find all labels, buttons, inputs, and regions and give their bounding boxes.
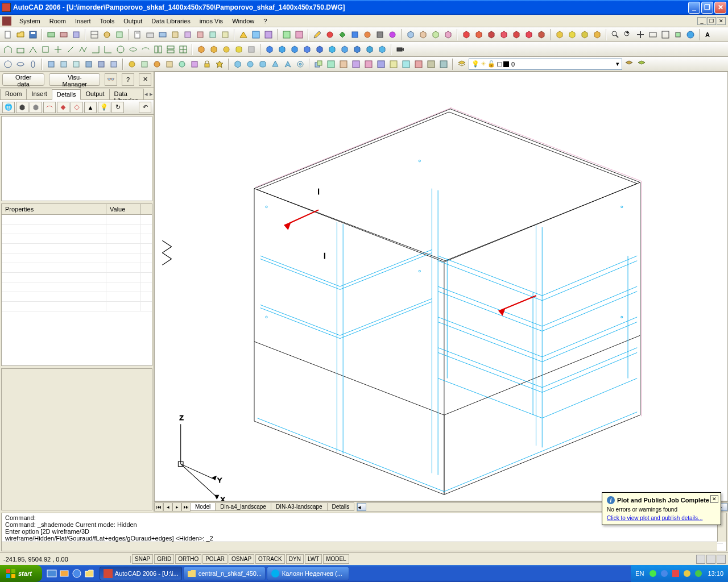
props-col-properties[interactable]: Properties: [2, 204, 106, 214]
start-button[interactable]: start: [0, 565, 42, 582]
tb2-blue-7[interactable]: [339, 44, 350, 55]
tb3-layer-icon[interactable]: [456, 59, 468, 70]
tb-btn-11[interactable]: [144, 29, 156, 40]
tb3-op-11[interactable]: [438, 59, 449, 70]
tb-globe-icon[interactable]: [685, 29, 696, 40]
toggle-osnap[interactable]: OSNAP: [229, 554, 254, 564]
notify-link[interactable]: Click to view plot and publish details..…: [607, 515, 716, 521]
tb3-view-2[interactable]: [58, 59, 69, 70]
menu-window[interactable]: Window: [228, 16, 259, 26]
tb-new-icon[interactable]: [2, 29, 14, 40]
tb3-misc-5[interactable]: [176, 59, 188, 70]
cmd-hscroll[interactable]: [2, 542, 717, 551]
tb-btn-15[interactable]: [195, 29, 206, 40]
status-icon-3[interactable]: [717, 555, 726, 564]
tb-cube-yellow-2[interactable]: [566, 29, 578, 40]
tb2-blue-6[interactable]: [326, 44, 338, 55]
tb2-btn-9[interactable]: [102, 44, 114, 55]
tb3-op-5[interactable]: [363, 59, 374, 70]
maximize-button[interactable]: ❐: [701, 2, 713, 14]
tb3-layer-btn-2[interactable]: [636, 59, 647, 70]
tb-btn-18[interactable]: [238, 29, 249, 40]
h-scroll-left[interactable]: ◂: [357, 503, 366, 511]
tb-btn-zoom-4[interactable]: [660, 29, 671, 40]
tb3-prim-1[interactable]: [232, 59, 243, 70]
tb2-blue-9[interactable]: [364, 44, 375, 55]
tb3-prim-6[interactable]: [295, 59, 306, 70]
tb3-prim-5[interactable]: [282, 59, 293, 70]
dt-refresh-icon[interactable]: ↻: [111, 102, 124, 113]
tb3-op-2[interactable]: [325, 59, 337, 70]
tb-btn-12[interactable]: [157, 29, 168, 40]
tb-open-icon[interactable]: [15, 29, 26, 40]
tb-btn-8[interactable]: [101, 29, 113, 40]
tb-btn-26[interactable]: [349, 29, 361, 40]
tb-btn-29[interactable]: [387, 29, 398, 40]
layer-combo[interactable]: 💡☀🔓▢ 0 ▾: [469, 59, 622, 70]
mdi-close[interactable]: ✕: [717, 17, 726, 25]
tb-btn-19[interactable]: [250, 29, 262, 40]
ql-ie-icon[interactable]: [72, 568, 82, 579]
tray-icon-2[interactable]: [660, 569, 669, 578]
tb3-btn-1[interactable]: [2, 59, 14, 70]
tb-btn-zoom-3[interactable]: [647, 29, 659, 40]
menu-output[interactable]: Output: [119, 16, 147, 26]
tb-cube-yellow-3[interactable]: [579, 29, 590, 40]
tb2-blue-4[interactable]: [301, 44, 313, 55]
dt-btn-2[interactable]: [16, 102, 28, 113]
tab-output[interactable]: Output: [80, 89, 109, 99]
task-folder[interactable]: central_n_shkaf_450...: [183, 567, 266, 580]
menu-imosvis[interactable]: imos Vis: [195, 16, 228, 26]
drawing-canvas[interactable]: Z Y X: [154, 72, 728, 501]
ct-nav-first[interactable]: ⏮: [154, 502, 163, 512]
tb-save-icon[interactable]: [27, 29, 39, 40]
dt-btn-4[interactable]: [43, 102, 56, 113]
dt-undo-icon[interactable]: ↶: [139, 102, 151, 113]
dt-globe-icon[interactable]: 🌐: [2, 102, 15, 113]
tb-btn-22[interactable]: [293, 29, 305, 40]
tb3-view-1[interactable]: [46, 59, 57, 70]
tb-zoom-icon-2[interactable]: +: [622, 29, 634, 40]
tb-cube-red-6[interactable]: [523, 29, 535, 40]
tb2-btn-6[interactable]: [65, 44, 76, 55]
dt-bulb-icon[interactable]: 💡: [98, 102, 110, 113]
tb-cube-icon-3[interactable]: [430, 29, 441, 40]
minimize-button[interactable]: _: [688, 2, 700, 14]
tb-btn-25[interactable]: [337, 29, 348, 40]
tray-icon-5[interactable]: [694, 569, 703, 578]
tb-btn-4[interactable]: [46, 29, 57, 40]
tb-cube-red-2[interactable]: [473, 29, 485, 40]
tb2-btn-4[interactable]: [40, 44, 51, 55]
tb2-btn-3[interactable]: [27, 44, 39, 55]
tb3-btn-3[interactable]: [27, 59, 39, 70]
props-col-value[interactable]: Value: [106, 204, 140, 214]
ql-outlook-icon[interactable]: [59, 568, 69, 579]
toggle-ortho[interactable]: ORTHO: [175, 554, 201, 564]
tb-btn-17[interactable]: [220, 29, 231, 40]
tb2-btn-14[interactable]: [165, 44, 176, 55]
tb2-btn-5[interactable]: [52, 44, 64, 55]
canvas-tab-model[interactable]: Model: [190, 502, 216, 511]
tb-btn-27[interactable]: [362, 29, 373, 40]
tb3-op-1[interactable]: [313, 59, 324, 70]
tb-btn-6[interactable]: [71, 29, 82, 40]
tb2-3d-1[interactable]: [196, 44, 207, 55]
tb-btn-14[interactable]: [182, 29, 193, 40]
menu-datalibraries[interactable]: Data Libraries: [147, 16, 195, 26]
tb2-blue-8[interactable]: [351, 44, 363, 55]
tb3-misc-2[interactable]: [139, 59, 150, 70]
tb2-btn-12[interactable]: [140, 44, 151, 55]
tb3-view-4[interactable]: [83, 59, 94, 70]
tray-icon-4[interactable]: [682, 569, 692, 578]
toggle-model[interactable]: MODEL: [323, 554, 349, 564]
ct-nav-next[interactable]: ▸: [172, 502, 181, 512]
tb-zoom-icon-1[interactable]: [610, 29, 621, 40]
menu-room[interactable]: Room: [45, 16, 71, 26]
ql-show-desktop-icon[interactable]: [47, 568, 57, 579]
dt-btn-5[interactable]: [57, 102, 69, 113]
tb3-misc-3[interactable]: [151, 59, 163, 70]
tb3-misc-4[interactable]: [164, 59, 175, 70]
tb-btn-21[interactable]: [281, 29, 292, 40]
tb2-3d-3[interactable]: [221, 44, 232, 55]
tree-area[interactable]: [1, 116, 152, 201]
